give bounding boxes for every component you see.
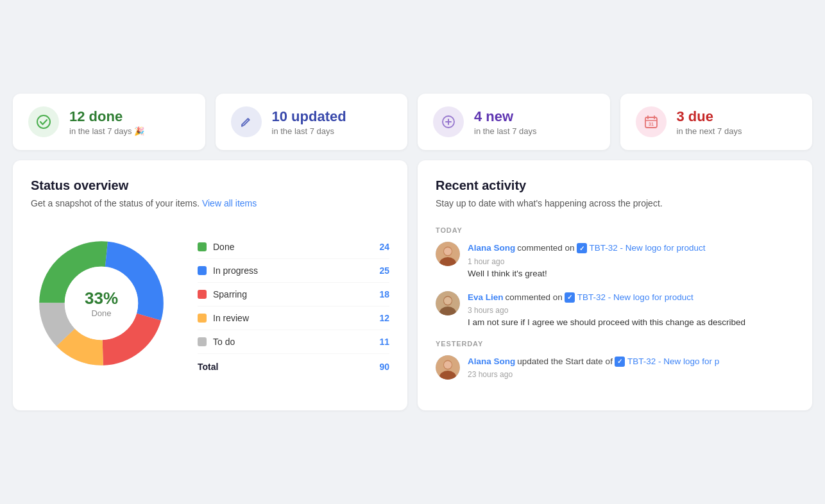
activity-action-1: commented on: [517, 242, 574, 255]
legend-label-sparring: Sparring: [213, 289, 247, 299]
avatar-eva1: [436, 291, 460, 315]
activity-user-3[interactable]: Alana Song: [468, 355, 515, 368]
due-icon: 31: [636, 106, 667, 137]
avatar-alana2: [436, 355, 460, 380]
task-check-icon-3: [615, 357, 625, 367]
activity-section-yesterday: YESTERDAY: [436, 340, 794, 348]
panels-row: Status overview Get a snapshot of the st…: [13, 160, 812, 410]
stats-row: 12 done in the last 7 days 🎉 10 updated …: [13, 94, 812, 150]
activity-user-1[interactable]: Alana Song: [468, 242, 515, 255]
dashboard: 12 done in the last 7 days 🎉 10 updated …: [13, 94, 812, 410]
updated-icon: [231, 106, 262, 137]
activity-task-1[interactable]: TBT-32 - New logo for product: [577, 242, 706, 255]
status-subtitle: Get a snapshot of the status of your ite…: [31, 198, 389, 208]
chart-area: 33% Done Done 24: [31, 226, 389, 380]
activity-content-3: Alana Song updated the Start date of TBT…: [468, 355, 719, 380]
activity-meta-2: Eva Lien commented on TBT-32 - New logo …: [468, 291, 745, 304]
task-link-text-2: TBT-32 - New logo for product: [577, 291, 693, 304]
legend-done: Done 24: [198, 235, 389, 259]
due-value: 3 due: [677, 108, 742, 125]
task-link-text-3: TBT-32 - New logo for p: [627, 355, 719, 368]
activity-item-1: Alana Song commented on TBT-32 - New log…: [436, 242, 794, 278]
svg-point-19: [444, 248, 452, 255]
stat-card-updated: 10 updated in the last 7 days: [216, 94, 408, 150]
stat-card-done: 12 done in the last 7 days 🎉: [13, 94, 205, 150]
updated-value: 10 updated: [272, 108, 346, 125]
legend-value-inprogress: 25: [379, 265, 389, 276]
legend-total-value: 90: [379, 362, 389, 372]
activity-task-2[interactable]: TBT-32 - New logo for product: [565, 291, 693, 304]
activity-time-1: 1 hour ago: [468, 257, 705, 266]
activity-meta-1: Alana Song commented on TBT-32 - New log…: [468, 242, 705, 255]
svg-point-27: [444, 361, 452, 369]
task-check-icon-1: [577, 243, 587, 253]
updated-sub: in the last 7 days: [272, 126, 346, 136]
legend-dot-todo: [198, 337, 207, 346]
activity-time-3: 23 hours ago: [468, 370, 719, 379]
legend-value-sparring: 18: [379, 289, 389, 299]
legend-dot-inprogress: [198, 266, 207, 275]
legend-dot-done: [198, 242, 207, 251]
legend-dot-inreview: [198, 314, 207, 323]
donut-label: Done: [85, 308, 118, 318]
updated-content: 10 updated in the last 7 days: [272, 108, 346, 136]
activity-action-3: updated the Start date of: [517, 355, 613, 368]
donut-chart: 33% Done: [31, 233, 172, 374]
new-content: 4 new in the last 7 days: [474, 108, 537, 136]
status-title: Status overview: [31, 178, 389, 193]
stat-card-new: 4 new in the last 7 days: [418, 94, 610, 150]
legend-value-todo: 11: [379, 337, 389, 347]
task-check-icon-2: [565, 292, 575, 303]
activity-subtitle: Stay up to date with what's happening ac…: [436, 198, 794, 208]
due-content: 3 due in the next 7 days: [677, 108, 742, 136]
due-sub: in the next 7 days: [677, 126, 742, 136]
activity-item-3: Alana Song updated the Start date of TBT…: [436, 355, 794, 380]
new-value: 4 new: [474, 108, 537, 125]
new-icon: [433, 106, 464, 137]
activity-content-1: Alana Song commented on TBT-32 - New log…: [468, 242, 705, 278]
legend-total: Total 90: [198, 354, 389, 372]
legend-value-done: 24: [379, 242, 389, 252]
new-sub: in the last 7 days: [474, 126, 537, 136]
donut-center: 33% Done: [85, 289, 118, 318]
legend-label-todo: To do: [213, 337, 235, 347]
done-sub: in the last 7 days 🎉: [69, 126, 144, 136]
done-icon: [28, 106, 59, 137]
svg-text:31: 31: [649, 122, 654, 126]
legend-inprogress: In progress 25: [198, 259, 389, 283]
legend-label-inreview: In review: [213, 313, 249, 323]
legend-label-done: Done: [213, 242, 234, 252]
legend-inreview: In review 12: [198, 307, 389, 330]
legend-sparring: Sparring 18: [198, 283, 389, 307]
legend-dot-sparring: [198, 290, 207, 299]
activity-task-3[interactable]: TBT-32 - New logo for p: [615, 355, 719, 368]
legend-label-inprogress: In progress: [213, 265, 258, 276]
view-all-link[interactable]: View all items: [202, 198, 257, 208]
donut-percentage: 33%: [85, 289, 118, 308]
done-content: 12 done in the last 7 days 🎉: [69, 108, 144, 136]
activity-section-today: TODAY: [436, 226, 794, 234]
activity-content-2: Eva Lien commented on TBT-32 - New logo …: [468, 291, 745, 327]
recent-activity-panel: Recent activity Stay up to date with wha…: [418, 160, 812, 410]
activity-time-2: 3 hours ago: [468, 306, 745, 315]
task-link-text-1: TBT-32 - New logo for product: [590, 242, 706, 255]
legend-todo: To do 11: [198, 330, 389, 354]
activity-meta-3: Alana Song updated the Start date of TBT…: [468, 355, 719, 368]
activity-text-1: Well I think it's great!: [468, 269, 705, 278]
activity-action-2: commented on: [506, 291, 563, 304]
activity-item-2: Eva Lien commented on TBT-32 - New logo …: [436, 291, 794, 327]
legend-total-label: Total: [198, 362, 218, 372]
activity-title: Recent activity: [436, 178, 794, 193]
svg-point-23: [444, 297, 452, 305]
legend-value-inreview: 12: [379, 313, 389, 323]
activity-user-2[interactable]: Eva Lien: [468, 291, 504, 304]
done-value: 12 done: [69, 108, 144, 125]
avatar-alana1: [436, 242, 460, 266]
svg-point-0: [37, 115, 50, 128]
status-overview-panel: Status overview Get a snapshot of the st…: [13, 160, 407, 410]
chart-legend: Done 24 In progress 25: [198, 235, 389, 372]
stat-card-due: 31 3 due in the next 7 days: [620, 94, 813, 150]
activity-text-2: I am not sure if I agree we should proce…: [468, 317, 745, 327]
